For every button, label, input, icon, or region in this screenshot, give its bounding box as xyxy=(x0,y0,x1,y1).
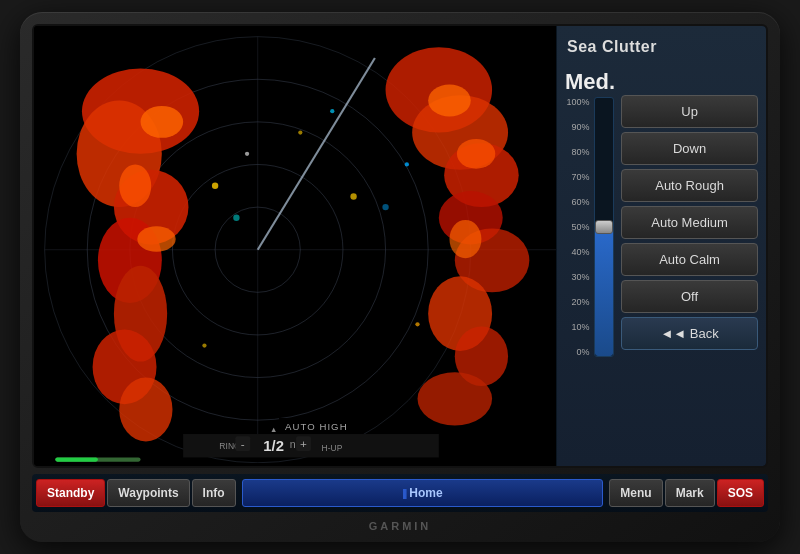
bottom-toolbar: Standby Waypoints Info Home Menu Mark SO… xyxy=(32,474,768,512)
svg-point-3 xyxy=(130,122,386,378)
auto-rough-button[interactable]: Auto Rough xyxy=(621,169,758,202)
svg-rect-48 xyxy=(296,436,311,451)
control-buttons: Up Down Auto Rough Auto Medium Auto Calm… xyxy=(621,65,758,350)
svg-point-39 xyxy=(382,204,388,210)
svg-point-19 xyxy=(386,47,493,132)
slider-container: Med. 100% 90% 80% 70% 60% 50% 40% 30% 20… xyxy=(565,65,615,357)
brand-label: GARMIN xyxy=(32,518,768,534)
svg-point-18 xyxy=(137,226,175,252)
svg-text:1/2: 1/2 xyxy=(263,438,284,454)
info-button[interactable]: Info xyxy=(192,479,236,507)
svg-point-38 xyxy=(233,215,239,221)
svg-point-23 xyxy=(455,228,530,292)
svg-point-33 xyxy=(405,162,409,166)
svg-point-27 xyxy=(428,85,471,117)
svg-point-1 xyxy=(215,207,300,292)
menu-button[interactable]: Menu xyxy=(609,479,662,507)
slider-track-area: 100% 90% 80% 70% 60% 50% 40% 30% 20% 10%… xyxy=(567,97,614,357)
garmin-device: AUTO HIGH RINGS - 1/2 n + ▲ H-UP Sea Clu… xyxy=(20,12,780,542)
slider-fill xyxy=(595,227,613,356)
svg-text:▲: ▲ xyxy=(270,425,277,434)
svg-point-10 xyxy=(77,101,162,208)
svg-point-31 xyxy=(245,152,249,156)
svg-text:RINGS: RINGS xyxy=(219,441,246,451)
screen-area: AUTO HIGH RINGS - 1/2 n + ▲ H-UP Sea Clu… xyxy=(32,24,768,468)
svg-line-8 xyxy=(258,58,375,250)
svg-point-29 xyxy=(449,220,481,258)
clutter-main-row: Med. 100% 90% 80% 70% 60% 50% 40% 30% 20… xyxy=(565,65,758,458)
svg-point-37 xyxy=(415,322,419,326)
sea-clutter-panel: Sea Clutter Med. 100% 90% 80% 70% 60% 50… xyxy=(556,26,766,466)
svg-point-14 xyxy=(93,330,157,405)
svg-point-36 xyxy=(202,343,206,347)
svg-rect-0 xyxy=(34,26,556,463)
auto-calm-button[interactable]: Auto Calm xyxy=(621,243,758,276)
svg-point-32 xyxy=(350,193,356,199)
panel-title: Sea Clutter xyxy=(565,34,758,60)
svg-point-5 xyxy=(45,37,471,463)
svg-point-26 xyxy=(418,372,493,425)
svg-text:H-UP: H-UP xyxy=(322,443,343,453)
svg-text:AUTO HIGH: AUTO HIGH xyxy=(285,421,348,432)
svg-point-16 xyxy=(141,106,184,138)
slider-track[interactable] xyxy=(594,97,614,357)
svg-point-30 xyxy=(212,183,218,189)
svg-point-17 xyxy=(119,164,151,207)
svg-point-28 xyxy=(457,139,495,169)
svg-point-25 xyxy=(455,326,508,386)
mark-button[interactable]: Mark xyxy=(665,479,715,507)
svg-point-4 xyxy=(87,79,428,420)
svg-point-15 xyxy=(119,378,172,442)
svg-text:-: - xyxy=(241,437,245,450)
sos-button[interactable]: SOS xyxy=(717,479,764,507)
svg-rect-52 xyxy=(55,457,140,461)
svg-rect-44 xyxy=(235,436,250,451)
svg-point-21 xyxy=(444,143,519,207)
svg-point-12 xyxy=(98,218,162,303)
up-button[interactable]: Up xyxy=(621,95,758,128)
waypoints-button[interactable]: Waypoints xyxy=(107,479,189,507)
svg-point-2 xyxy=(172,164,342,334)
auto-medium-button[interactable]: Auto Medium xyxy=(621,206,758,239)
svg-point-11 xyxy=(114,170,189,245)
svg-rect-42 xyxy=(183,434,439,457)
svg-point-13 xyxy=(114,266,167,362)
svg-point-22 xyxy=(439,191,503,244)
percent-labels: 100% 90% 80% 70% 60% 50% 40% 30% 20% 10%… xyxy=(567,97,590,357)
standby-button[interactable]: Standby xyxy=(36,479,105,507)
svg-text:n: n xyxy=(290,438,296,450)
svg-point-35 xyxy=(330,109,334,113)
slider-thumb[interactable] xyxy=(595,220,613,234)
svg-point-20 xyxy=(412,95,508,170)
svg-point-9 xyxy=(82,69,199,154)
off-button[interactable]: Off xyxy=(621,280,758,313)
svg-text:+: + xyxy=(300,437,307,450)
slider-value-label: Med. xyxy=(565,69,615,95)
svg-point-34 xyxy=(298,130,302,134)
svg-point-24 xyxy=(428,276,492,351)
radar-display: AUTO HIGH RINGS - 1/2 n + ▲ H-UP xyxy=(34,26,556,466)
svg-rect-40 xyxy=(279,418,354,433)
svg-rect-53 xyxy=(55,457,98,461)
back-button[interactable]: ◄◄ Back xyxy=(621,317,758,350)
down-button[interactable]: Down xyxy=(621,132,758,165)
home-button[interactable]: Home xyxy=(242,479,604,507)
